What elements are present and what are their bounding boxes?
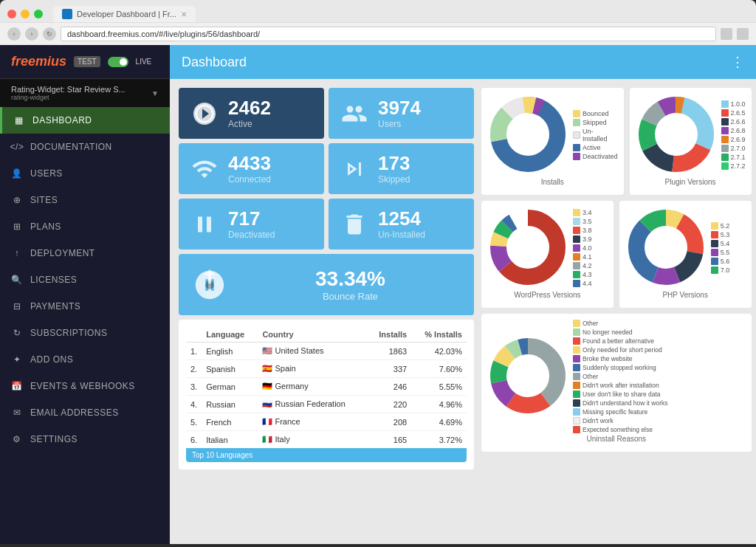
plugin-versions-title: Plugin Versions	[636, 178, 746, 186]
uninstalled-label: Un-Installed	[378, 230, 465, 240]
connected-number: 4433	[228, 154, 315, 173]
stats-grid: 2462 Active 3974 Users	[179, 88, 474, 250]
forward-button[interactable]: ›	[25, 27, 38, 41]
sidebar-item-events[interactable]: 📅 Events & Webhooks	[0, 373, 170, 399]
language-table: Language Country Installs % Installs 1. …	[186, 327, 467, 448]
sidebar-item-label: Payments	[30, 301, 80, 312]
sidebar-item-deployment[interactable]: ↑ Deployment	[0, 240, 170, 266]
bounce-rate-number: 33.34%	[237, 267, 464, 291]
deactivated-icon	[188, 207, 221, 241]
installs-legend: Bounced Skipped Un-Installed Active Deac…	[573, 110, 618, 162]
sidebar-item-users[interactable]: 👤 Users	[0, 160, 170, 187]
uninstall-reasons-container: Other No longer needed Found a better al…	[487, 320, 746, 435]
documentation-icon: </>	[11, 141, 23, 153]
installs-table: Language Country Installs % Installs 1. …	[179, 320, 474, 469]
plugin-versions-legend: 1.0.0 2.6.5 2.6.6 2.6.8 2.6.9 2.7.0 2.7.…	[721, 100, 746, 171]
sidebar-item-dashboard[interactable]: ▦ Dashboard	[0, 107, 170, 134]
main-header: Dashboard ⋮	[170, 45, 756, 79]
sidebar-item-plans[interactable]: ⊞ Plans	[0, 213, 170, 240]
users-number: 3974	[378, 98, 465, 117]
users-icon: 👤	[11, 168, 23, 179]
active-info: 2462 Active	[228, 98, 315, 129]
sidebar-item-label: Add Ons	[30, 354, 73, 365]
maximize-dot[interactable]	[34, 10, 43, 18]
address-bar[interactable]	[61, 27, 716, 41]
sidebar-item-label: Users	[30, 168, 63, 179]
users-label: Users	[378, 119, 465, 129]
menu-icon[interactable]	[737, 28, 749, 40]
sidebar-item-licenses[interactable]: 🔍 Licenses	[0, 266, 170, 293]
reload-button[interactable]: ↻	[43, 27, 56, 41]
header-menu-icon[interactable]: ⋮	[731, 54, 744, 70]
active-icon	[188, 97, 221, 130]
live-toggle[interactable]	[108, 57, 128, 67]
minimize-dot[interactable]	[21, 10, 30, 18]
row-num: 5.	[186, 413, 202, 431]
sidebar-item-subscriptions[interactable]: ↻ Subscriptions	[0, 320, 170, 346]
tab-close-icon[interactable]: ✕	[181, 10, 187, 18]
row-percent: 42.03%	[411, 343, 467, 360]
plugin-slug: rating-widget	[11, 94, 145, 101]
sites-icon: ⊕	[11, 194, 23, 206]
row-installs: 208	[368, 413, 411, 431]
row-installs: 337	[368, 360, 411, 378]
charts-row-2: 3.4 3.5 3.8 3.9 4.0 4.1 4.2 4.3 4.4	[481, 201, 752, 308]
table-row: 5. French 🇫🇷 France 208 4.69%	[186, 413, 467, 431]
row-installs: 246	[368, 378, 411, 396]
uninstall-legend: Other No longer needed Found a better al…	[573, 320, 668, 435]
row-language: Spanish	[202, 360, 258, 378]
skipped-label: Skipped	[378, 174, 465, 185]
table-footer: Top 10 Languages	[186, 448, 467, 462]
stat-bounce: 33.34% Bounce Rate	[179, 254, 474, 315]
wp-versions-container: 3.4 3.5 3.8 3.9 4.0 4.1 4.2 4.3 4.4	[487, 207, 608, 291]
row-num: 3.	[186, 378, 202, 396]
sidebar-item-label: Deployment	[30, 248, 95, 258]
browser-toolbar: ‹ › ↻	[0, 22, 756, 45]
row-language: German	[202, 378, 258, 396]
connected-info: 4433 Connected	[228, 154, 315, 185]
table-row: 3. German 🇩🇪 Germany 246 5.55%	[186, 378, 467, 396]
browser-tab[interactable]: Developer Dashboard | Fr... ✕	[53, 6, 196, 22]
table-row: 2. Spanish 🇪🇸 Spain 337 7.60%	[186, 360, 467, 378]
plugin-versions-container: 1.0.0 2.6.5 2.6.6 2.6.8 2.6.9 2.7.0 2.7.…	[636, 94, 746, 178]
connected-icon	[188, 152, 221, 185]
php-versions-container: 5.2 5.3 5.4 5.5 5.6 7.0	[625, 207, 746, 291]
sidebar-item-sites[interactable]: ⊕ Sites	[0, 187, 170, 213]
charts-row-1: Bounced Skipped Un-Installed Active Deac…	[481, 88, 752, 195]
plugin-dropdown-icon: ▼	[151, 89, 159, 97]
tab-title: Developer Dashboard | Fr...	[77, 10, 176, 18]
row-language: French	[202, 413, 258, 431]
row-percent: 4.96%	[411, 396, 467, 413]
sidebar-item-payments[interactable]: ⊟ Payments	[0, 293, 170, 320]
bookmark-icon[interactable]	[721, 28, 732, 40]
plugin-selector[interactable]: Rating-Widget: Star Review S... rating-w…	[0, 79, 170, 107]
sidebar-item-label: Sites	[30, 195, 58, 205]
col-installs: Installs	[368, 327, 411, 343]
sidebar-item-settings[interactable]: ⚙ Settings	[0, 426, 170, 453]
sidebar-item-label: Documentation	[30, 142, 112, 152]
sidebar-item-documentation[interactable]: </> Documentation	[0, 134, 170, 160]
table-row: 4. Russian 🇷🇺 Russian Federation 220 4.9…	[186, 396, 467, 413]
row-country: 🇺🇸 United States	[258, 343, 367, 360]
col-country: Country	[258, 327, 367, 343]
close-dot[interactable]	[7, 10, 16, 18]
deactivated-info: 717 Deactivated	[228, 209, 315, 240]
addons-icon: ✦	[11, 354, 23, 365]
table-row: 6. Italian 🇮🇹 Italy 165 3.72%	[186, 431, 467, 449]
installs-chart: Bounced Skipped Un-Installed Active Deac…	[481, 88, 624, 195]
sidebar-item-email[interactable]: ✉ Email Addresses	[0, 399, 170, 426]
uninstalled-number: 1254	[378, 209, 465, 228]
wp-versions-legend: 3.4 3.5 3.8 3.9 4.0 4.1 4.2 4.3 4.4	[573, 209, 592, 289]
row-installs: 165	[368, 431, 411, 449]
back-button[interactable]: ‹	[7, 27, 21, 41]
row-percent: 5.55%	[411, 378, 467, 396]
bounce-icon	[189, 264, 230, 305]
sidebar: freemius TEST LIVE Rating-Widget: Star R…	[0, 45, 170, 544]
page-title: Dashboard	[182, 55, 247, 70]
wp-versions-title: WordPress Versions	[487, 291, 608, 299]
charts-row-3: Other No longer needed Found a better al…	[481, 314, 752, 452]
sidebar-item-addons[interactable]: ✦ Add Ons	[0, 346, 170, 373]
row-language: Italian	[202, 431, 258, 449]
row-country: 🇫🇷 France	[258, 413, 367, 431]
browser-titlebar: Developer Dashboard | Fr... ✕	[0, 0, 756, 22]
